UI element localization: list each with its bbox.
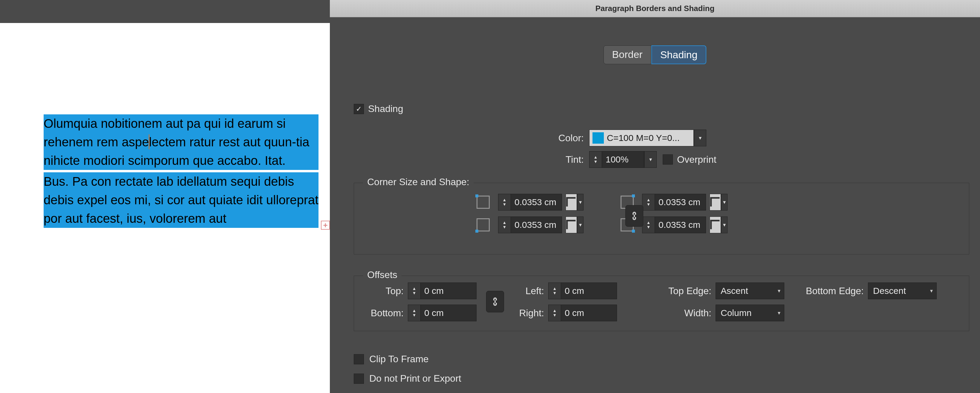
- paragraph-borders-dialog: Paragraph Borders and Shading Border Sha…: [330, 0, 980, 393]
- corner-tr-shape-dropdown[interactable]: ▾: [721, 194, 727, 211]
- offset-top-input[interactable]: [421, 283, 463, 299]
- offset-right-field[interactable]: ▲▼: [548, 304, 617, 321]
- text-frame[interactable]: Olumquia nobitionem aut pa qui id earum …: [44, 114, 318, 228]
- bottom-options: Clip To Frame Do not Print or Export: [354, 353, 461, 384]
- dialog-titlebar[interactable]: Paragraph Borders and Shading: [330, 0, 980, 17]
- corner-tr-shape[interactable]: [710, 194, 721, 211]
- overprint-checkbox[interactable]: [663, 154, 673, 165]
- corner-tl-shape-dropdown[interactable]: ▾: [577, 194, 584, 211]
- offset-bottom-field[interactable]: ▲▼: [408, 304, 477, 321]
- offset-left-input[interactable]: [561, 283, 603, 299]
- offset-bottom-label: Bottom:: [360, 307, 408, 319]
- corner-tr-stepper[interactable]: ▲▼: [643, 194, 655, 210]
- offset-bottom-input[interactable]: [421, 305, 463, 321]
- offset-right-input[interactable]: [561, 305, 603, 321]
- shading-checkbox[interactable]: [354, 104, 364, 114]
- offset-left-stepper[interactable]: ▲▼: [549, 283, 561, 299]
- corner-tr-field[interactable]: ▲▼: [642, 194, 706, 211]
- corner-bl-stepper[interactable]: ▲▼: [498, 217, 511, 233]
- corner-bl-shape-dropdown[interactable]: ▾: [577, 217, 584, 233]
- chevron-down-icon: ▾: [930, 288, 933, 294]
- corner-br-field[interactable]: ▲▼: [642, 217, 706, 233]
- bottom-edge-select[interactable]: Descent ▾: [868, 282, 937, 299]
- chevron-down-icon: ▾: [778, 288, 780, 294]
- dialog-title: Paragraph Borders and Shading: [595, 4, 715, 13]
- clip-to-frame-checkbox[interactable]: [354, 354, 364, 364]
- offsets-groupbox: Offsets Top: ▲▼ Left: ▲▼ Top Edge: Ascen…: [354, 276, 969, 331]
- overset-indicator[interactable]: +: [321, 221, 330, 230]
- no-print-checkbox[interactable]: [354, 374, 364, 384]
- offset-right-label: Right:: [500, 307, 548, 319]
- tint-input[interactable]: [602, 151, 644, 168]
- corner-br-shape[interactable]: [710, 217, 721, 233]
- corner-tl-shape[interactable]: [566, 194, 577, 211]
- offset-left-label: Left:: [500, 285, 548, 296]
- no-print-label: Do not Print or Export: [369, 373, 461, 384]
- color-dropdown[interactable]: ▾: [694, 130, 706, 146]
- width-label: Width:: [653, 307, 716, 319]
- corner-tl-icon: [477, 196, 490, 209]
- color-row: Color: C=100 M=0 Y=0... ▾: [551, 130, 706, 146]
- document-page: Olumquia nobitionem aut pa qui id earum …: [0, 23, 330, 393]
- offset-bottom-stepper[interactable]: ▲▼: [408, 305, 421, 321]
- corner-br-input[interactable]: [655, 217, 706, 233]
- tint-row: Tint: ▲▼ ▾ Overprint: [551, 151, 716, 168]
- tint-dropdown[interactable]: ▾: [644, 151, 657, 168]
- chevron-down-icon: ▾: [778, 310, 780, 316]
- corner-bl-icon: [477, 218, 490, 231]
- offset-left-field[interactable]: ▲▼: [548, 282, 617, 299]
- tint-stepper[interactable]: ▲▼: [590, 151, 602, 168]
- color-value: C=100 M=0 Y=0...: [607, 133, 680, 143]
- tint-label: Tint:: [551, 154, 584, 165]
- offset-link-toggle[interactable]: [486, 291, 504, 312]
- tab-bar: Border Shading: [330, 45, 980, 64]
- color-label: Color:: [551, 133, 584, 144]
- corner-groupbox: Corner Size and Shape: ▲▼ ▾: [354, 183, 969, 254]
- overprint-label: Overprint: [677, 154, 716, 165]
- bottom-edge-label: Bottom Edge:: [790, 285, 868, 296]
- offset-top-field[interactable]: ▲▼: [408, 282, 477, 299]
- width-select[interactable]: Column ▾: [716, 304, 784, 321]
- tint-field[interactable]: ▲▼: [589, 151, 644, 168]
- offset-top-stepper[interactable]: ▲▼: [408, 283, 421, 299]
- corner-tr-input[interactable]: [655, 194, 706, 210]
- corner-bl-field[interactable]: ▲▼: [498, 217, 562, 233]
- corner-bl-shape[interactable]: [566, 217, 577, 233]
- shading-enable-row: Shading: [354, 103, 403, 114]
- offsets-legend: Offsets: [363, 269, 402, 280]
- width-value: Column: [721, 308, 751, 318]
- corner-br-shape-dropdown[interactable]: ▾: [721, 217, 727, 233]
- corner-legend: Corner Size and Shape:: [363, 176, 474, 187]
- tab-shading[interactable]: Shading: [651, 45, 706, 64]
- corner-bl-input[interactable]: [511, 217, 562, 233]
- shading-checkbox-label: Shading: [368, 103, 403, 114]
- paragraph-1[interactable]: Olumquia nobitionem aut pa qui id earum …: [44, 114, 318, 170]
- corner-tl-field[interactable]: ▲▼: [498, 194, 562, 211]
- corner-link-toggle[interactable]: [625, 205, 643, 227]
- corner-tl-input[interactable]: [511, 194, 562, 210]
- color-select[interactable]: C=100 M=0 Y=0...: [589, 130, 694, 146]
- clip-to-frame-label: Clip To Frame: [369, 353, 429, 364]
- color-swatch-icon: [592, 132, 604, 144]
- top-edge-value: Ascent: [721, 286, 748, 296]
- corner-tl-stepper[interactable]: ▲▼: [498, 194, 511, 210]
- offset-right-stepper[interactable]: ▲▼: [549, 305, 561, 321]
- paragraph-2[interactable]: Bus. Pa con rectate lab idellatum sequi …: [44, 172, 318, 228]
- top-edge-label: Top Edge:: [653, 285, 716, 296]
- corner-br-stepper[interactable]: ▲▼: [643, 217, 655, 233]
- top-edge-select[interactable]: Ascent ▾: [716, 282, 784, 299]
- tab-border[interactable]: Border: [603, 45, 651, 64]
- offset-top-label: Top:: [360, 285, 408, 296]
- bottom-edge-value: Descent: [873, 286, 906, 296]
